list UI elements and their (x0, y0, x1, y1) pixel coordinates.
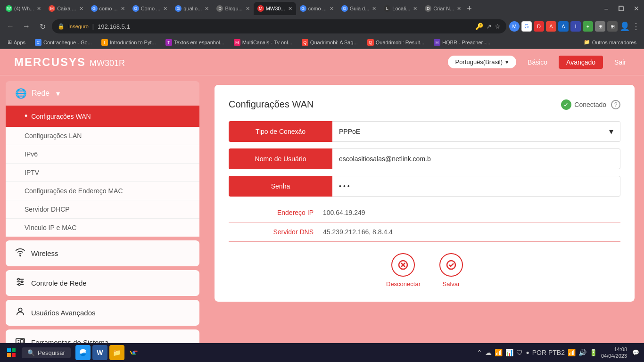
tab-close-3[interactable]: ✕ (121, 6, 125, 12)
start-button[interactable] (4, 345, 19, 360)
bookmark-hqbr[interactable]: H HQBR - Preacher -... (430, 38, 494, 47)
tab-close-6[interactable]: ✕ (246, 6, 250, 12)
connection-type-input[interactable]: PPPoE DHCP IP Estático ▾ (332, 121, 620, 142)
tab-3[interactable]: G como ... ✕ (87, 2, 129, 15)
logout-link[interactable]: Sair (611, 57, 630, 68)
forward-button[interactable]: → (20, 20, 33, 33)
disconnect-button[interactable]: Desconectar (386, 253, 421, 288)
taskbar-signal-icon[interactable]: 📶 (495, 349, 503, 356)
extension-6[interactable]: I (570, 21, 581, 32)
tab-favicon-10: L (384, 5, 390, 12)
header-right: Português(Brasil) ▾ Básico Avançado Sair (448, 56, 630, 69)
connection-type-select[interactable]: PPPoE DHCP IP Estático (339, 128, 609, 135)
taskbar-battery-icon[interactable]: 🔋 (589, 349, 597, 356)
extension-5[interactable]: A (558, 21, 569, 32)
tab-8[interactable]: G como ... ✕ (296, 2, 338, 15)
taskbar-clock[interactable]: 14:08 04/04/2023 (601, 346, 627, 360)
extensions-button[interactable]: ⊞ (607, 21, 618, 32)
taskbar: 🔍 Pesquisar W 📁 ⌃ ☁ 📶 📊 🛡 (0, 343, 644, 362)
taskbar-chrome-icon[interactable]: ● (526, 349, 529, 356)
sidebar-item-lan[interactable]: Configurações LAN (6, 127, 199, 145)
bookmark-multicanais[interactable]: M MultiCanais - Tv onl... (230, 38, 296, 47)
rede-section-header[interactable]: 🌐 Rede ▾ (6, 81, 199, 106)
tab-close-11[interactable]: ✕ (457, 6, 461, 12)
controle-rede-section[interactable]: Controle de Rede (6, 270, 199, 296)
bookmark-star-icon[interactable]: ☆ (495, 23, 501, 30)
bookmark-more[interactable]: 📁 Outros marcadores (580, 38, 640, 46)
tab-11[interactable]: D Criar N... ✕ (421, 2, 465, 15)
maximize-button[interactable]: ⧠ (615, 4, 627, 13)
tab-close-5[interactable]: ✕ (205, 6, 209, 12)
sidebar-item-dhcp[interactable]: Servidor DHCP (6, 200, 199, 219)
address-bar[interactable]: 🔒 Inseguro | 192.168.5.1 🔑 ↗ ☆ (52, 19, 506, 33)
tab-4[interactable]: G Como ... ✕ (129, 2, 172, 15)
extension-8[interactable]: ⊞ (595, 21, 605, 32)
username-input[interactable] (339, 155, 613, 163)
taskbar-wifi-icon[interactable]: 📶 (568, 349, 576, 356)
new-tab-button[interactable]: + (467, 4, 472, 14)
password-input[interactable] (339, 182, 613, 190)
tab-2[interactable]: M Caixa ... ✕ (45, 2, 87, 15)
taskbar-onedrive[interactable]: ☁ (485, 349, 492, 356)
extension-1[interactable]: M (509, 21, 520, 32)
tab-9[interactable]: G Guia d... ✕ (338, 2, 380, 15)
bookmark-quadrimobi2[interactable]: Q Quadrimobi: Result... (363, 38, 428, 47)
sidebar-item-wan[interactable]: Configurações WAN (6, 106, 199, 127)
notification-button[interactable]: 💬 (631, 348, 640, 357)
bookmark-introduction[interactable]: I Introduction to Pyt... (98, 38, 160, 47)
tab-close-8[interactable]: ✕ (330, 6, 334, 12)
tab-bar: W (4) Wh... ✕ M Caixa ... ✕ G como ... ✕… (0, 0, 644, 17)
tab-7[interactable]: M MW30... ✕ (254, 2, 296, 15)
sidebar-item-ip-mac[interactable]: Vínculo IP e MAC (6, 219, 199, 237)
tab-10[interactable]: L Locali... ✕ (380, 2, 421, 15)
wifi-icon (15, 247, 25, 260)
help-icon[interactable]: ? (611, 100, 620, 109)
tab-close-10[interactable]: ✕ (413, 6, 417, 12)
back-button[interactable]: ← (4, 20, 17, 33)
sidebar-item-mac[interactable]: Configurações de Endereço MAC (6, 182, 199, 200)
taskbar-search[interactable]: 🔍 Pesquisar (22, 347, 71, 358)
extension-4[interactable]: A (546, 21, 556, 32)
taskbar-chrome[interactable] (126, 345, 141, 360)
tab-1[interactable]: W (4) Wh... ✕ (2, 2, 45, 15)
reload-button[interactable]: ↻ (36, 20, 49, 33)
extension-2[interactable]: G (521, 21, 532, 32)
advanced-nav-link[interactable]: Avançado (559, 56, 603, 69)
tab-6[interactable]: D Bloqu... ✕ (213, 2, 253, 15)
sidebar-item-iptv[interactable]: IPTV (6, 164, 199, 182)
taskbar-network-activity[interactable]: 📊 (505, 349, 513, 356)
usuarios-section[interactable]: Usuários Avançados (6, 300, 199, 326)
taskbar-files[interactable]: 📁 (109, 345, 124, 360)
share-icon[interactable]: ↗ (486, 23, 492, 30)
tab-close-9[interactable]: ✕ (372, 6, 376, 12)
bookmark-apps[interactable]: ⊞ Apps (4, 38, 29, 46)
bookmarks-bar: ⊞ Apps C Contracheque - Go... I Introduc… (0, 36, 644, 49)
mac-label: Configurações de Endereço MAC (25, 187, 123, 195)
minimize-button[interactable]: – (602, 4, 611, 13)
taskbar-up-arrow[interactable]: ⌃ (477, 349, 482, 356)
taskbar-vpn[interactable]: 🛡 (516, 349, 523, 356)
close-button[interactable]: ✕ (631, 4, 642, 13)
extension-3[interactable]: D (534, 21, 544, 32)
key-icon[interactable]: 🔑 (475, 23, 483, 30)
more-menu-button[interactable]: ⋮ (632, 21, 640, 32)
bookmark-contracheque[interactable]: C Contracheque - Go... (31, 38, 96, 47)
tab-close-4[interactable]: ✕ (163, 6, 167, 12)
sidebar-item-ipv6[interactable]: IPv6 (6, 145, 199, 164)
tab-close-1[interactable]: ✕ (37, 6, 41, 12)
taskbar-volume-icon[interactable]: 🔊 (578, 349, 586, 356)
taskbar-edge[interactable] (75, 345, 91, 360)
basic-nav-link[interactable]: Básico (524, 57, 551, 68)
tab-close-7[interactable]: ✕ (288, 6, 292, 12)
extension-7[interactable]: + (583, 21, 593, 32)
bookmark-textos[interactable]: T Textos em espanhol... (162, 38, 228, 47)
wireless-section[interactable]: Wireless (6, 240, 199, 266)
tab-5[interactable]: G qual o... ✕ (171, 2, 213, 15)
tab-favicon-8: G (300, 5, 306, 12)
tab-close-2[interactable]: ✕ (79, 6, 83, 12)
save-button[interactable]: Salvar (439, 253, 463, 288)
taskbar-word[interactable]: W (92, 345, 107, 360)
profile-icon[interactable]: 👤 (619, 21, 630, 32)
bookmark-quadrimobi1[interactable]: Q Quadrimobi: A Sag... (298, 38, 362, 47)
language-selector[interactable]: Português(Brasil) ▾ (448, 56, 516, 68)
